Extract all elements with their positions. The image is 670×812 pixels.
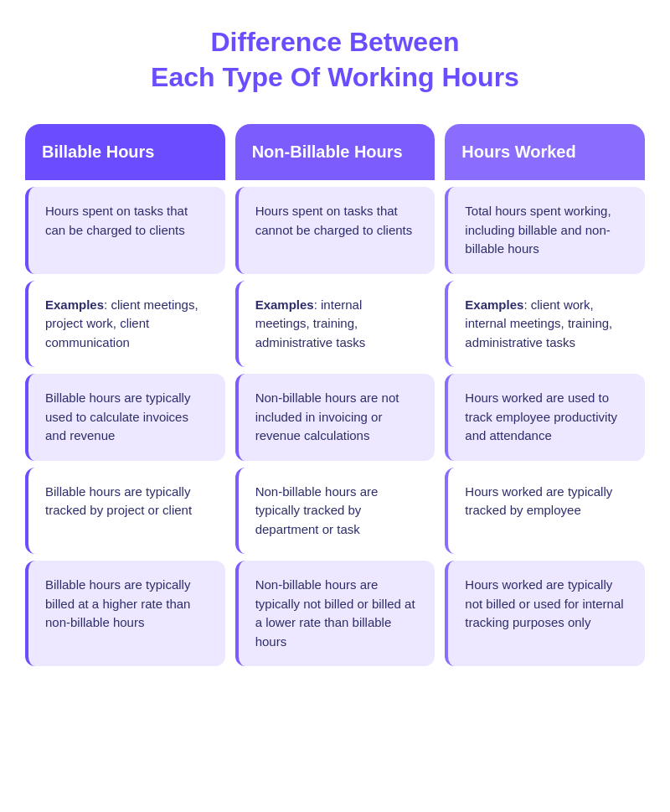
title-line2-plain: Each Type Of	[151, 62, 327, 92]
title-line2-highlight: Working Hours	[327, 62, 519, 92]
header-nonbillable: Non-Billable Hours	[235, 124, 436, 180]
cell-r4-billable: Billable hours are typically tracked by …	[25, 468, 225, 555]
cell-r2-billable: Examples: client meetings, project work,…	[25, 281, 225, 368]
cell-r3-billable: Billable hours are typically used to cal…	[25, 374, 225, 461]
cell-r5-worked: Hours worked are typically not billed or…	[445, 561, 645, 666]
cell-r3-worked: Hours worked are used to track employee …	[445, 374, 645, 461]
page-title: Difference Between Each Type Of Working …	[17, 25, 653, 95]
cell-r1-worked: Total hours spent working, including bil…	[445, 187, 645, 274]
cell-r5-nonbillable: Non-billable hours are typically not bil…	[235, 561, 436, 666]
cell-r2-worked: Examples: client work, internal meetings…	[445, 281, 645, 368]
cell-r5-billable: Billable hours are typically billed at a…	[25, 561, 225, 666]
cell-r1-nonbillable: Hours spent on tasks that cannot be char…	[235, 187, 436, 274]
row-2: Examples: client meetings, project work,…	[25, 281, 645, 368]
cell-r2-nonbillable: Examples: internal meetings, training, a…	[235, 281, 436, 368]
comparison-table: Billable Hours Non-Billable Hours Hours …	[17, 124, 653, 666]
row-5: Billable hours are typically billed at a…	[25, 561, 645, 666]
row-4: Billable hours are typically tracked by …	[25, 468, 645, 555]
data-rows: Hours spent on tasks that can be charged…	[25, 187, 645, 666]
cell-r4-nonbillable: Non-billable hours are typically tracked…	[235, 468, 436, 555]
row-3: Billable hours are typically used to cal…	[25, 374, 645, 461]
title-line1: Difference Between	[211, 27, 460, 57]
header-worked: Hours Worked	[445, 124, 645, 180]
row-1: Hours spent on tasks that can be charged…	[25, 187, 645, 274]
header-row: Billable Hours Non-Billable Hours Hours …	[25, 124, 645, 180]
cell-r3-nonbillable: Non-billable hours are not included in i…	[235, 374, 436, 461]
header-billable: Billable Hours	[25, 124, 225, 180]
cell-r4-worked: Hours worked are typically tracked by em…	[445, 468, 645, 555]
cell-r1-billable: Hours spent on tasks that can be charged…	[25, 187, 225, 274]
